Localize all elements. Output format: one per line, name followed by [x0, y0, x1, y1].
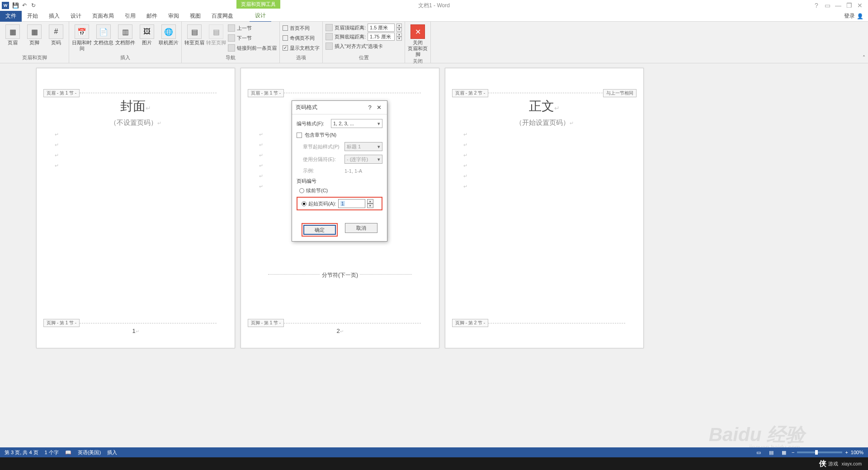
document-area[interactable]: 页眉 - 第 1 节 - 封面↵ （不设置页码）↵ ↵ ↵ ↵ ↵ 页脚 - 第…	[0, 63, 868, 448]
page-1: 页眉 - 第 1 节 - 封面↵ （不设置页码）↵ ↵ ↵ ↵ ↵ 页脚 - 第…	[36, 68, 235, 348]
tab-baidu[interactable]: 百度网盘	[206, 10, 239, 22]
spin-up-icon[interactable]: ▲	[367, 199, 373, 204]
start-at-highlight: 起始页码(A): 1 ▲▼	[297, 197, 382, 210]
header-tab-right: 与上一节相同	[603, 89, 637, 97]
prev-icon	[228, 24, 235, 32]
help-icon[interactable]: ?	[812, 2, 821, 9]
page-numbering-label: 页码编号	[297, 178, 382, 185]
chk-odd-even[interactable]: 奇偶页不同	[283, 33, 320, 43]
btn-link-prev[interactable]: 链接到前一条页眉	[228, 43, 277, 52]
btn-goto-footer[interactable]: ▤转至页脚	[206, 23, 226, 46]
tab-review[interactable]: 审阅	[163, 10, 184, 22]
title-bar: W 💾 ↶ ↻ 页眉和页脚工具 文档1 - Word ? ▭ — ❐ ✕	[0, 0, 868, 11]
header-top-input[interactable]: 1.5 厘米	[368, 24, 395, 32]
tab-layout[interactable]: 页面布局	[87, 10, 119, 22]
tab-view[interactable]: 视图	[184, 10, 206, 22]
spin-down-icon[interactable]: ▼	[367, 204, 373, 208]
link-icon	[228, 44, 235, 52]
chapter-start-label: 章节起始样式(P)	[303, 143, 342, 150]
chk-first-diff[interactable]: 首页不同	[283, 24, 320, 33]
btn-parts[interactable]: ▥文档部件	[115, 23, 135, 46]
view-read-icon[interactable]: ▭	[754, 448, 764, 456]
btn-datetime[interactable]: 📅日期和时间	[72, 23, 92, 52]
group-options: 首页不同 奇偶页不同 显示文档文字 选项	[280, 22, 323, 63]
zoom-level[interactable]: 100%	[851, 450, 863, 455]
btn-next-section[interactable]: 下一节	[228, 33, 277, 43]
btn-goto-header[interactable]: ▤转至页眉	[184, 23, 204, 46]
ok-button[interactable]: 确定	[303, 225, 336, 235]
view-print-icon[interactable]: ▤	[766, 448, 776, 456]
zoom-out-icon[interactable]: −	[792, 450, 794, 455]
radio-start-at[interactable]: 起始页码(A): 1 ▲▼	[299, 199, 380, 208]
spin-down-icon[interactable]: ▼	[396, 37, 402, 41]
page-number: 2↵	[336, 328, 343, 334]
cancel-button[interactable]: 取消	[345, 223, 377, 233]
dialog-close-icon[interactable]: ✕	[374, 104, 383, 111]
include-chapter-label: 包含章节号(N)	[305, 132, 336, 138]
site-footer-bar: 侠 游戏 xiayx.com	[0, 457, 868, 470]
btn-pagenum[interactable]: #页码	[46, 23, 66, 46]
status-mode[interactable]: 插入	[107, 449, 117, 456]
qat-save-icon[interactable]: 💾	[11, 1, 20, 10]
status-page[interactable]: 第 3 页, 共 4 页	[5, 449, 38, 456]
docinfo-icon: 📄	[96, 24, 111, 39]
ribbon-options-icon[interactable]: ▭	[823, 2, 832, 9]
btn-close-hf[interactable]: ✕关闭 页眉和页脚	[408, 23, 428, 58]
user-icon: 👤	[857, 13, 863, 19]
example-label: 示例:	[303, 167, 342, 174]
page-subtitle: （不设置页码）↵	[37, 119, 235, 127]
separator-label: 使用分隔符(E):	[303, 156, 342, 163]
para-mark: ↵	[463, 184, 643, 190]
para-mark: ↵	[55, 152, 235, 158]
number-format-combo[interactable]: 1, 2, 3, ...	[331, 119, 382, 128]
qat-undo-icon[interactable]: ↶	[20, 1, 29, 10]
qat-redo-icon[interactable]: ↻	[29, 1, 38, 10]
para-mark: ↵	[463, 142, 643, 148]
spin-up-icon[interactable]: ▲	[396, 24, 402, 28]
view-web-icon[interactable]: ▦	[779, 448, 789, 456]
start-at-input[interactable]: 1	[338, 199, 365, 208]
contextual-tab-title: 页眉和页脚工具	[236, 0, 280, 9]
zoom-slider[interactable]	[797, 451, 842, 453]
pagenum-icon: #	[49, 24, 63, 39]
chapter-start-combo: 标题 1	[344, 142, 382, 151]
checkbox-icon	[283, 35, 288, 41]
login-link[interactable]: 登录👤	[844, 12, 868, 20]
btn-docinfo[interactable]: 📄文档信息	[94, 23, 113, 46]
tab-mailings[interactable]: 邮件	[141, 10, 163, 22]
radio-icon	[299, 188, 304, 193]
btn-insert-align-tab[interactable]: 插入"对齐方式"选项卡	[326, 42, 402, 51]
page-subtitle: （开始设置页码）↵	[445, 119, 643, 127]
btn-header[interactable]: ▦页眉	[3, 23, 23, 46]
header-tab: 页眉 - 第 1 节 -	[43, 89, 80, 97]
minimize-icon[interactable]: —	[834, 2, 843, 9]
status-language[interactable]: 英语(美国)	[78, 449, 101, 456]
footer-bottom-input[interactable]: 1.75 厘米	[368, 33, 395, 41]
radio-continue-prev[interactable]: 续前节(C)	[297, 187, 382, 194]
spin-up-icon[interactable]: ▲	[396, 33, 402, 37]
include-chapter-checkbox[interactable]	[297, 133, 302, 138]
btn-online-picture[interactable]: 🌐联机图片	[159, 23, 179, 46]
tab-insert[interactable]: 插入	[43, 10, 65, 22]
tab-references[interactable]: 引用	[119, 10, 141, 22]
tab-hf-design[interactable]: 设计	[250, 10, 271, 22]
dialog-titlebar: 页码格式 ? ✕	[292, 101, 387, 114]
footer-tab: 页脚 - 第 1 节 -	[248, 319, 284, 327]
close-icon[interactable]: ✕	[855, 2, 864, 9]
btn-footer[interactable]: ▦页脚	[24, 23, 44, 46]
tab-design[interactable]: 设计	[65, 10, 87, 22]
tab-home[interactable]: 开始	[22, 10, 43, 22]
restore-icon[interactable]: ❐	[844, 2, 854, 9]
footer-tab: 页脚 - 第 2 节 -	[452, 319, 488, 327]
dialog-help-icon[interactable]: ?	[365, 104, 374, 111]
status-words[interactable]: 1 个字	[45, 449, 59, 456]
zoom-in-icon[interactable]: +	[845, 450, 848, 455]
btn-picture[interactable]: 🖼图片	[137, 23, 157, 46]
spin-down-icon[interactable]: ▼	[396, 28, 402, 32]
checkbox-icon	[283, 25, 288, 31]
status-proofing-icon[interactable]: 📖	[65, 450, 71, 456]
chk-show-doc-text[interactable]: 显示文档文字	[283, 43, 320, 52]
collapse-ribbon-icon[interactable]: ˄	[863, 55, 865, 61]
btn-prev-section[interactable]: 上一节	[228, 24, 277, 33]
tab-file[interactable]: 文件	[0, 10, 22, 22]
